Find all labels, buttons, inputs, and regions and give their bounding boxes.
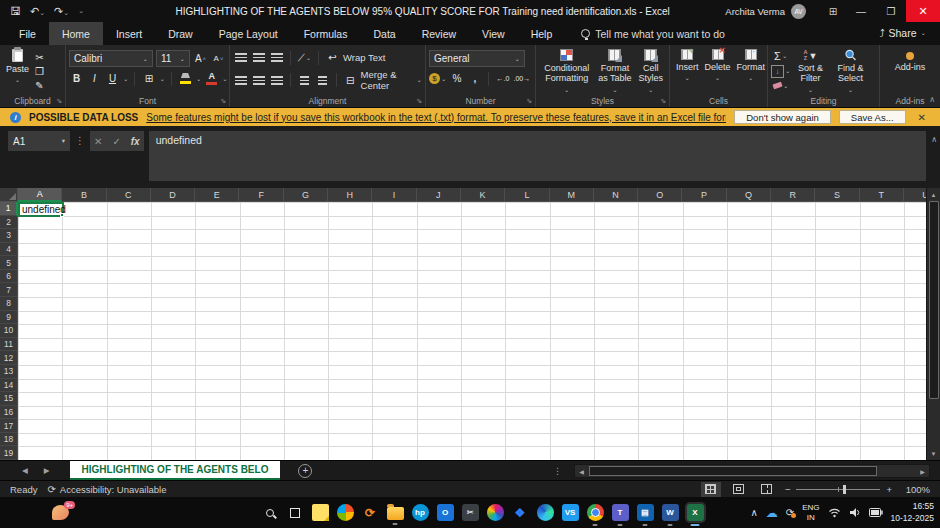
restore-button[interactable]: ❐	[876, 0, 906, 22]
user-name[interactable]: Archita Verma	[725, 6, 785, 17]
cells-area[interactable]: undefined	[18, 202, 926, 460]
zoom-slider[interactable]: − +	[785, 484, 892, 495]
dont-show-again-button[interactable]: Don't show again	[734, 110, 831, 124]
font-size-select[interactable]: 11 ⌄	[156, 50, 190, 67]
row-header-12[interactable]: 12	[0, 351, 18, 365]
percent-style-button[interactable]: %	[449, 71, 464, 86]
ribbon-tab-help[interactable]: Help	[518, 22, 566, 45]
ribbon-tab-page-layout[interactable]: Page Layout	[206, 22, 291, 45]
taskbar-word-icon[interactable]: W	[662, 504, 679, 521]
ribbon-tab-file[interactable]: File	[6, 22, 49, 45]
column-header-g[interactable]: G	[284, 188, 328, 202]
column-header-j[interactable]: J	[417, 188, 461, 202]
column-header-i[interactable]: I	[372, 188, 416, 202]
row-header-2[interactable]: 2	[0, 216, 18, 230]
wrap-text-label[interactable]: Wrap Text	[343, 52, 385, 63]
page-layout-view-button[interactable]	[729, 482, 749, 497]
taskbar-chrome-icon[interactable]	[587, 504, 604, 521]
increase-decimal-icon[interactable]: ←.0	[495, 71, 510, 86]
sort-filter-button[interactable]: AZ▼ Sort & Filter ⌄	[790, 48, 830, 94]
font-name-select[interactable]: Calibri ⌄	[69, 50, 153, 67]
format-cells-button[interactable]: ↔ Format ⌄	[734, 48, 769, 94]
close-button[interactable]: ✕	[906, 0, 940, 22]
taskbar-start-icon[interactable]	[237, 504, 254, 521]
taskbar-sticky-notes-icon[interactable]	[312, 504, 329, 521]
row-header-15[interactable]: 15	[0, 392, 18, 406]
undo-icon[interactable]: ↶⌄	[30, 6, 45, 17]
borders-icon[interactable]: ⊞	[141, 71, 156, 86]
taskbar-dropbox-icon[interactable]: ❖	[512, 504, 529, 521]
onedrive-icon[interactable]: ☁	[766, 506, 778, 520]
taskbar-edge-icon[interactable]	[537, 504, 554, 521]
align-middle-icon[interactable]	[251, 50, 266, 65]
row-header-10[interactable]: 10	[0, 324, 18, 338]
prev-sheet-icon[interactable]: ◀	[14, 466, 36, 475]
row-header-8[interactable]: 8	[0, 297, 18, 311]
number-format-select[interactable]: General ⌄	[429, 50, 525, 67]
zoom-level[interactable]: 100%	[900, 484, 930, 495]
normal-view-button[interactable]	[701, 482, 721, 497]
row-header-9[interactable]: 9	[0, 311, 18, 325]
comma-style-button[interactable]: ,	[467, 71, 482, 86]
zoom-in-icon[interactable]: +	[886, 484, 892, 495]
autosum-button[interactable]: Σ⌄	[771, 50, 790, 63]
ribbon-tab-data[interactable]: Data	[360, 22, 408, 45]
find-select-button[interactable]: Find & Select ⌄	[830, 48, 870, 94]
row-header-5[interactable]: 5	[0, 256, 18, 270]
chevron-down-icon[interactable]: ⌄	[123, 75, 128, 83]
orientation-icon[interactable]: ⟋⌄	[297, 50, 312, 65]
active-cell-a1[interactable]: undefined	[18, 202, 64, 217]
shrink-font-button[interactable]: A˅	[211, 51, 226, 66]
column-header-l[interactable]: L	[505, 188, 549, 202]
clipboard-dialog-launcher[interactable]: ⇘	[56, 97, 62, 105]
clear-icon[interactable]: ⌄	[771, 80, 790, 93]
vertical-scrollbar[interactable]: ▲ ▼	[926, 188, 940, 460]
align-bottom-icon[interactable]	[269, 50, 284, 65]
zoom-out-icon[interactable]: −	[785, 484, 791, 495]
cell-styles-button[interactable]: Cell Styles ⌄	[636, 48, 667, 94]
column-header-a[interactable]: A	[18, 188, 62, 202]
row-header-13[interactable]: 13	[0, 365, 18, 379]
taskbar-vscode-icon[interactable]: VS	[562, 504, 579, 521]
delete-cells-button[interactable]: ✕ Delete ⌄	[702, 48, 734, 94]
fill-down-icon[interactable]: ↓⌄	[771, 65, 790, 78]
enter-entry-icon[interactable]: ✓	[112, 136, 120, 147]
name-box[interactable]: A1 ▾	[8, 131, 70, 151]
conditional-formatting-button[interactable]: Conditional Formatting ⌄	[539, 48, 594, 94]
warning-message-link[interactable]: Some features might be lost if you save …	[146, 112, 726, 123]
column-header-t[interactable]: T	[860, 188, 904, 202]
taskbar-snipping-tool-icon[interactable]: ✂	[462, 504, 479, 521]
taskbar-file-explorer-icon[interactable]	[387, 507, 404, 520]
column-header-h[interactable]: H	[328, 188, 372, 202]
taskbar-microsoft-365-icon[interactable]	[337, 504, 354, 521]
merge-center-icon[interactable]: ⊟	[343, 73, 358, 88]
row-header-16[interactable]: 16	[0, 406, 18, 420]
column-header-f[interactable]: F	[239, 188, 283, 202]
collapse-ribbon-icon[interactable]: ∧	[929, 95, 935, 104]
horizontal-scroll-thumb[interactable]	[589, 466, 877, 476]
language-indicator[interactable]: ENGIN	[802, 503, 819, 523]
row-header-4[interactable]: 4	[0, 243, 18, 257]
column-header-c[interactable]: C	[107, 188, 151, 202]
scroll-left-icon[interactable]: ◀	[575, 468, 588, 475]
column-header-s[interactable]: S	[815, 188, 859, 202]
taskbar-sync-app-icon[interactable]: ⟳	[362, 504, 379, 521]
taskbar-photos-icon[interactable]	[487, 504, 504, 521]
column-header-m[interactable]: M	[550, 188, 594, 202]
taskbar-task-view-icon[interactable]	[287, 504, 304, 521]
taskbar-hp-icon[interactable]: hp	[412, 504, 429, 521]
battery-icon[interactable]	[869, 508, 883, 517]
collapse-formula-bar-icon[interactable]: ∧	[931, 135, 937, 144]
column-header-e[interactable]: E	[195, 188, 239, 202]
formula-bar-input[interactable]: undefined	[149, 131, 926, 181]
chevron-down-icon[interactable]: ⌄	[196, 75, 201, 83]
fill-handle[interactable]	[60, 213, 64, 217]
row-header-18[interactable]: 18	[0, 433, 18, 447]
row-header-14[interactable]: 14	[0, 379, 18, 393]
italic-button[interactable]: I	[87, 71, 102, 86]
taskbar-teams-icon[interactable]: T	[612, 504, 629, 521]
alignment-dialog-launcher[interactable]: ⇘	[416, 97, 422, 105]
new-sheet-icon[interactable]: +	[298, 464, 312, 478]
row-header-3[interactable]: 3	[0, 229, 18, 243]
tell-me[interactable]: Tell me what you want to do	[581, 22, 725, 45]
